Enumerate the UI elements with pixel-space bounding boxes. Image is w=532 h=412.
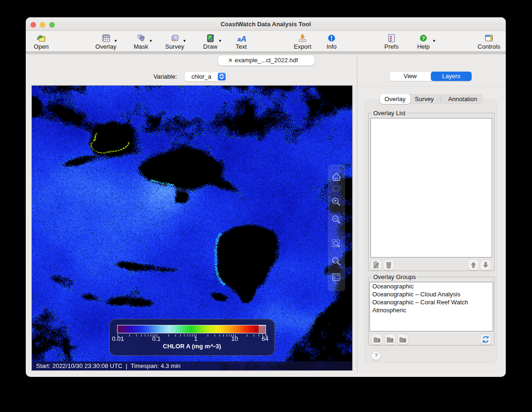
svg-text:?: ? [422,36,425,41]
svg-text:1:1: 1:1 [333,259,338,262]
svg-text:A: A [240,35,246,43]
